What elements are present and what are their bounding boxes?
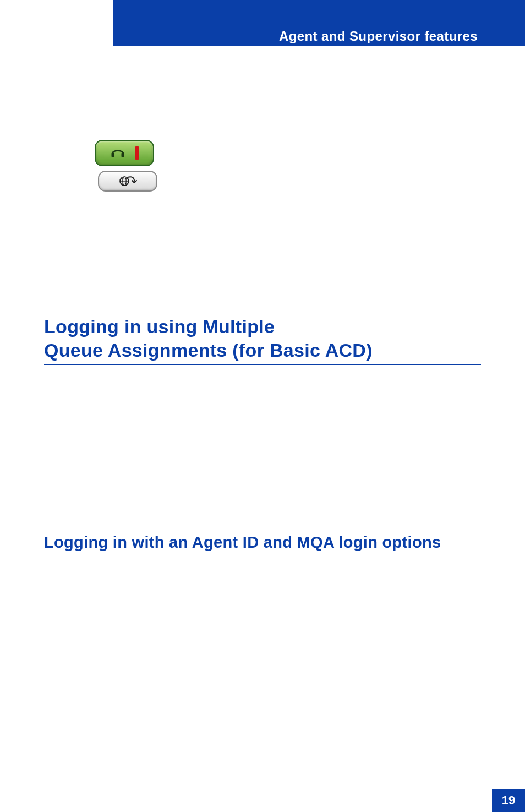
section-divider <box>44 364 481 365</box>
section-heading-line1: Logging in using Multiple <box>44 316 275 337</box>
sub-heading-agent-id: Logging in with an Agent ID and MQA logi… <box>44 533 481 552</box>
svg-rect-0 <box>112 152 114 157</box>
section-heading-mqa: Logging in using Multiple Queue Assignme… <box>44 315 481 362</box>
feature-key-button <box>98 171 157 192</box>
svg-rect-1 <box>122 152 124 157</box>
section-heading-line2: Queue Assignments (for Basic ACD) <box>44 340 373 361</box>
page-number-block: 19 <box>492 789 525 812</box>
header-band: Agent and Supervisor features <box>113 0 525 46</box>
header-title: Agent and Supervisor features <box>279 29 478 44</box>
busy-indicator-icon <box>135 146 139 160</box>
globe-arrow-icon <box>118 175 138 188</box>
body-content: Logging in using Multiple Queue Assignme… <box>44 61 481 762</box>
page: Agent and Supervisor features <box>0 0 525 812</box>
page-number: 19 <box>502 793 515 808</box>
headset-icon <box>110 146 125 160</box>
incalls-key-button <box>95 140 154 166</box>
key-illustrations <box>95 140 481 192</box>
